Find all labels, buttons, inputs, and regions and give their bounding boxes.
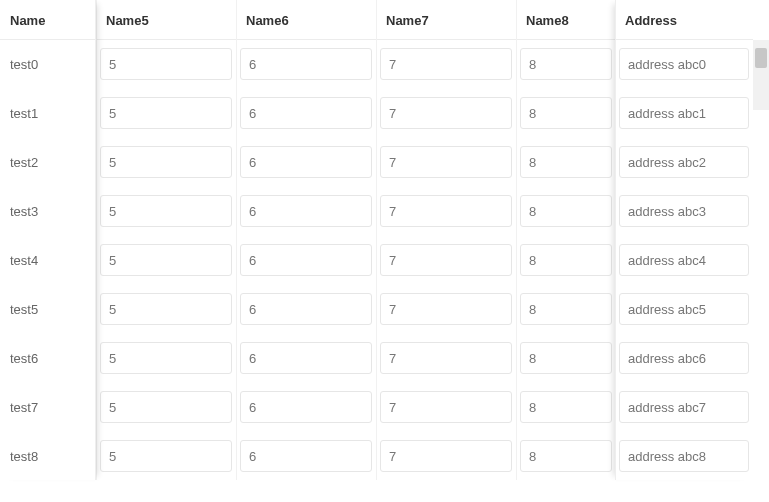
- table-cell-name5: 5: [96, 285, 236, 333]
- table-cell-name6: 6: [236, 89, 376, 137]
- table-cell-name8: 8: [516, 187, 615, 235]
- table-cell-name5: 5: [96, 187, 236, 235]
- name6-input[interactable]: 6: [240, 440, 372, 472]
- name5-input[interactable]: 5: [100, 244, 232, 276]
- table-cell-name6: 6: [236, 236, 376, 284]
- name7-input[interactable]: 7: [380, 97, 512, 129]
- name8-input[interactable]: 8: [520, 97, 612, 129]
- address-input[interactable]: address abc1: [619, 97, 749, 129]
- table-cell-name6: 6: [236, 138, 376, 186]
- name5-input[interactable]: 5: [100, 391, 232, 423]
- name6-input[interactable]: 6: [240, 97, 372, 129]
- column-header-label: Name: [10, 13, 45, 28]
- name7-input[interactable]: 7: [380, 391, 512, 423]
- column-header-name8[interactable]: Name8: [516, 0, 615, 40]
- address-input[interactable]: address abc8: [619, 440, 749, 472]
- column-header-name7[interactable]: Name7: [376, 0, 516, 40]
- name6-input[interactable]: 6: [240, 146, 372, 178]
- name7-input[interactable]: 7: [380, 195, 512, 227]
- name6-input[interactable]: 6: [240, 293, 372, 325]
- column-header-name6[interactable]: Name6: [236, 0, 376, 40]
- table-cell-name7: 7: [376, 138, 516, 186]
- name5-input[interactable]: 5: [100, 195, 232, 227]
- name5-input[interactable]: 5: [100, 97, 232, 129]
- scrollable-columns: Name5555555555Name6666666666Name77777777…: [96, 0, 615, 480]
- table-cell-name6: 6: [236, 383, 376, 431]
- address-input[interactable]: address abc7: [619, 391, 749, 423]
- table-cell-name: test3: [0, 187, 96, 235]
- cell-text: test3: [4, 204, 38, 219]
- table-cell-name5: 5: [96, 334, 236, 382]
- column-header-label: Name5: [106, 13, 149, 28]
- column-header-name5[interactable]: Name5: [96, 0, 236, 40]
- name8-input[interactable]: 8: [520, 195, 612, 227]
- table-cell-name7: 7: [376, 334, 516, 382]
- table-cell-name: test4: [0, 236, 96, 284]
- table-cell-name7: 7: [376, 236, 516, 284]
- name5-input[interactable]: 5: [100, 440, 232, 472]
- name8-input[interactable]: 8: [520, 146, 612, 178]
- name7-input[interactable]: 7: [380, 146, 512, 178]
- cell-text: test6: [4, 351, 38, 366]
- fixed-right-column: Address address abc0address abc1address …: [615, 0, 753, 480]
- name6-input[interactable]: 6: [240, 342, 372, 374]
- name8-input[interactable]: 8: [520, 293, 612, 325]
- name8-input[interactable]: 8: [520, 391, 612, 423]
- table-cell-name8: 8: [516, 383, 615, 431]
- table-cell-name8: 8: [516, 40, 615, 88]
- table-cell-address: address abc8: [615, 432, 753, 480]
- name8-input[interactable]: 8: [520, 244, 612, 276]
- table-cell-name6: 6: [236, 187, 376, 235]
- name5-input[interactable]: 5: [100, 293, 232, 325]
- address-input[interactable]: address abc4: [619, 244, 749, 276]
- column-header-address[interactable]: Address: [615, 0, 753, 40]
- table-cell-name5: 5: [96, 138, 236, 186]
- table-cell-name6: 6: [236, 40, 376, 88]
- table-cell-name6: 6: [236, 285, 376, 333]
- address-input[interactable]: address abc3: [619, 195, 749, 227]
- cell-text: test0: [4, 57, 38, 72]
- name7-input[interactable]: 7: [380, 293, 512, 325]
- name7-input[interactable]: 7: [380, 48, 512, 80]
- table-cell-address: address abc7: [615, 383, 753, 431]
- column-header-name[interactable]: Name: [0, 0, 96, 40]
- name7-input[interactable]: 7: [380, 244, 512, 276]
- table-cell-address: address abc4: [615, 236, 753, 284]
- table-cell-name6: 6: [236, 334, 376, 382]
- table-cell-name: test6: [0, 334, 96, 382]
- name8-input[interactable]: 8: [520, 440, 612, 472]
- table-cell-name8: 8: [516, 89, 615, 137]
- table-cell-address: address abc3: [615, 187, 753, 235]
- name5-input[interactable]: 5: [100, 342, 232, 374]
- name7-input[interactable]: 7: [380, 342, 512, 374]
- cell-text: test2: [4, 155, 38, 170]
- name8-input[interactable]: 8: [520, 342, 612, 374]
- name5-input[interactable]: 5: [100, 48, 232, 80]
- column-header-label: Name6: [246, 13, 289, 28]
- cell-text: test7: [4, 400, 38, 415]
- table-cell-address: address abc0: [615, 40, 753, 88]
- table-cell-name: test0: [0, 40, 96, 88]
- table-cell-name5: 5: [96, 89, 236, 137]
- table-cell-name8: 8: [516, 334, 615, 382]
- table-cell-name8: 8: [516, 285, 615, 333]
- table-cell-name7: 7: [376, 432, 516, 480]
- name5-input[interactable]: 5: [100, 146, 232, 178]
- address-input[interactable]: address abc5: [619, 293, 749, 325]
- address-input[interactable]: address abc0: [619, 48, 749, 80]
- name8-input[interactable]: 8: [520, 48, 612, 80]
- address-input[interactable]: address abc2: [619, 146, 749, 178]
- column-header-label: Name8: [526, 13, 569, 28]
- table-cell-name8: 8: [516, 236, 615, 284]
- table-cell-name5: 5: [96, 236, 236, 284]
- table-cell-name: test5: [0, 285, 96, 333]
- cell-text: test1: [4, 106, 38, 121]
- table-container: Name test0test1test2test3test4test5test6…: [0, 0, 769, 502]
- address-input[interactable]: address abc6: [619, 342, 749, 374]
- name7-input[interactable]: 7: [380, 440, 512, 472]
- name6-input[interactable]: 6: [240, 48, 372, 80]
- table-cell-name7: 7: [376, 89, 516, 137]
- name6-input[interactable]: 6: [240, 195, 372, 227]
- name6-input[interactable]: 6: [240, 391, 372, 423]
- name6-input[interactable]: 6: [240, 244, 372, 276]
